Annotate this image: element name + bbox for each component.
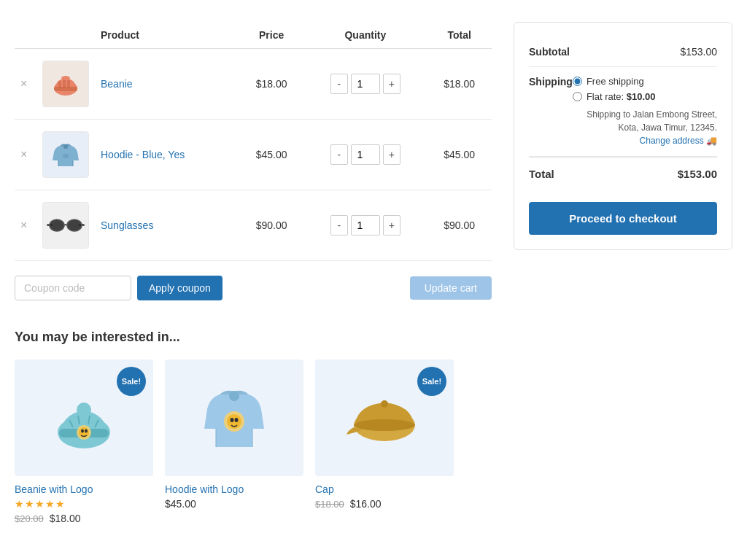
table-row: ×: [15, 190, 492, 261]
order-summary-sidebar: Subtotal $153.00 Shipping Free shipping: [514, 22, 732, 300]
rec-product-link-cap[interactable]: Cap: [315, 483, 454, 495]
qty-input-beanie[interactable]: [351, 74, 380, 94]
quantity-control-beanie: - +: [309, 74, 421, 94]
product-link-sunglasses[interactable]: Sunglasses: [101, 219, 153, 231]
total-label: Total: [529, 168, 554, 180]
list-item: Sale! Cap $18.00 $16.00: [315, 359, 454, 524]
flat-rate-radio[interactable]: [573, 92, 582, 101]
update-cart-button[interactable]: Update cart: [410, 276, 492, 300]
flat-rate-option[interactable]: Flat rate: $10.00: [573, 91, 717, 102]
qty-decrease-sunglasses[interactable]: -: [330, 215, 348, 236]
recommendations-section: You may be interested in... Sale!: [15, 330, 732, 524]
total-header: Total: [427, 22, 492, 49]
shipping-label: Shipping: [529, 76, 573, 88]
checkout-button[interactable]: Proceed to checkout: [529, 202, 717, 235]
svg-rect-3: [63, 79, 66, 88]
sale-badge: Sale!: [417, 367, 446, 396]
total-cell-hoodie: $45.00: [427, 120, 492, 190]
list-item: Hoodie with Logo $45.00: [165, 359, 303, 524]
quantity-control-sunglasses: - +: [309, 215, 421, 236]
price-cell-beanie: $18.00: [239, 49, 304, 120]
quantity-header: Quantity: [303, 22, 427, 49]
svg-rect-2: [58, 81, 61, 88]
svg-point-5: [61, 76, 70, 80]
new-price: $18.00: [50, 513, 81, 524]
shipping-row: Shipping Free shipping Flat rate: $10.00: [529, 67, 717, 157]
shipping-options: Free shipping Flat rate: $10.00: [573, 76, 717, 102]
rec-product-image-cap: Sale!: [315, 359, 454, 476]
apply-coupon-button[interactable]: Apply coupon: [137, 276, 222, 300]
svg-point-7: [63, 154, 69, 158]
recommendations-grid: Sale! Beanie with Lo: [15, 359, 732, 524]
svg-point-19: [81, 429, 84, 433]
order-summary: Subtotal $153.00 Shipping Free shipping: [514, 22, 732, 250]
product-image: [42, 131, 89, 178]
qty-decrease-beanie[interactable]: -: [330, 74, 348, 94]
product-image: [42, 61, 89, 107]
rec-price-hoodie-logo: $45.00: [165, 498, 303, 510]
qty-increase-sunglasses[interactable]: +: [383, 215, 400, 236]
total-row: Total $153.00: [529, 157, 717, 190]
sale-badge: Sale!: [117, 367, 146, 396]
rec-product-name-hoodie-logo: Hoodie with Logo: [165, 483, 303, 495]
price-header: Price: [239, 22, 304, 49]
cart-table: Product Price Quantity Total ×: [15, 22, 492, 261]
table-row: ×: [15, 49, 492, 120]
svg-point-24: [231, 418, 234, 422]
qty-input-sunglasses[interactable]: [351, 215, 380, 236]
qty-input-hoodie[interactable]: [351, 144, 380, 165]
svg-point-25: [235, 418, 239, 422]
product-image: [42, 202, 89, 249]
price-cell-hoodie: $45.00: [239, 120, 304, 190]
price-cell-sunglasses: $90.00: [239, 190, 304, 261]
svg-point-6: [63, 144, 68, 149]
coupon-input[interactable]: [15, 276, 131, 300]
quantity-control-hoodie: - +: [309, 144, 421, 165]
shipping-address: Shipping to Jalan Embong Street, Kota, J…: [573, 108, 717, 147]
qty-increase-hoodie[interactable]: +: [383, 144, 400, 165]
product-link-hoodie[interactable]: Hoodie - Blue, Yes: [101, 149, 185, 160]
coupon-left: Apply coupon: [15, 276, 222, 300]
flat-rate-label: Flat rate: $10.00: [587, 91, 656, 102]
change-address-link[interactable]: Change address 🚚: [640, 136, 717, 146]
qty-decrease-hoodie[interactable]: -: [330, 144, 348, 165]
remove-button[interactable]: ×: [20, 78, 27, 90]
cart-main: Product Price Quantity Total ×: [15, 22, 492, 300]
list-item: Sale! Beanie with Lo: [15, 359, 153, 524]
qty-increase-beanie[interactable]: +: [383, 74, 400, 94]
old-price: $20.00: [15, 513, 44, 524]
product-header: Product: [95, 22, 239, 49]
total-cell-beanie: $18.00: [427, 49, 492, 120]
subtotal-label: Subtotal: [529, 46, 570, 58]
svg-point-20: [85, 429, 88, 433]
subtotal-row: Subtotal $153.00: [529, 37, 717, 67]
svg-point-21: [229, 391, 239, 401]
product-name-cell: Hoodie - Blue, Yes: [95, 120, 239, 190]
table-row: ×: [15, 120, 492, 190]
rec-product-name-beanie-logo: Beanie with Logo: [15, 483, 153, 495]
free-shipping-radio[interactable]: [573, 77, 582, 86]
subtotal-value: $153.00: [680, 46, 717, 58]
remove-button[interactable]: ×: [20, 149, 27, 160]
rec-product-image-beanie-logo: Sale!: [15, 359, 153, 476]
free-shipping-option[interactable]: Free shipping: [573, 76, 717, 87]
product-link-beanie[interactable]: Beanie: [101, 78, 133, 90]
rec-product-link-beanie-logo[interactable]: Beanie with Logo: [15, 483, 153, 495]
free-shipping-label: Free shipping: [587, 76, 644, 87]
rec-rating-beanie-logo: ★★★★★: [15, 498, 153, 510]
rec-product-name-cap: Cap: [315, 483, 454, 495]
total-cell-sunglasses: $90.00: [427, 190, 492, 261]
svg-rect-4: [67, 80, 70, 88]
rec-product-link-hoodie-logo[interactable]: Hoodie with Logo: [165, 483, 303, 495]
recommendations-title: You may be interested in...: [15, 330, 732, 345]
total-value: $153.00: [678, 168, 717, 180]
new-price: $16.00: [350, 498, 382, 510]
rec-product-image-hoodie-logo: [165, 359, 303, 476]
svg-point-27: [354, 419, 415, 431]
remove-button[interactable]: ×: [20, 219, 27, 231]
product-name-cell: Sunglasses: [95, 190, 239, 261]
product-name-cell: Beanie: [95, 49, 239, 120]
coupon-row: Apply coupon Update cart: [15, 276, 492, 300]
rec-price-cap: $18.00 $16.00: [315, 498, 454, 510]
svg-point-28: [381, 400, 388, 408]
